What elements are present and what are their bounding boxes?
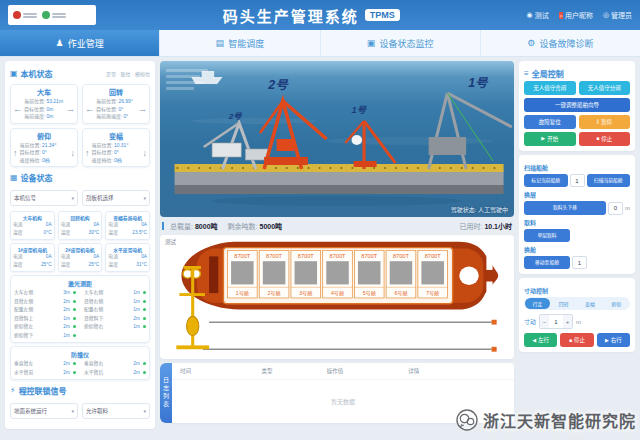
status-dot [73, 334, 76, 337]
diagnosis-icon: ⚙ [527, 38, 535, 48]
hold-6[interactable]: 8700T 6号舱 [386, 251, 416, 298]
scan-current-hold-button[interactable]: 扫描当前船舱 [587, 174, 631, 187]
left-sidebar: ▣ 本机状态 正常 · 联位 · 模拟位 大车 ← 当前位置:53.21m 目标… [5, 61, 155, 429]
layer-unit: m [625, 205, 630, 211]
arrow-up-icon[interactable]: ↑ [13, 148, 18, 158]
machine-status-title: 本机状态 [21, 68, 53, 79]
tab-device-monitoring[interactable]: ▣ 设备状态监控 [321, 30, 481, 56]
hold-3[interactable]: 8700T 3号舱 [291, 251, 321, 298]
step-increase-button[interactable]: + [563, 315, 572, 328]
jog-stop-button[interactable]: ■ 停止 [560, 333, 593, 347]
loader-rails [203, 320, 497, 352]
mark-current-hold-button[interactable]: 标记当前船舱 [524, 174, 568, 187]
status-dot [143, 291, 146, 294]
orange-crane-2 [260, 101, 327, 169]
jog-left-button[interactable]: ◀ 左行 [524, 333, 557, 347]
log-list-tab[interactable]: 日志列表 [160, 363, 172, 423]
stop-icon: ■ [569, 338, 572, 344]
arrow-up-icon[interactable]: ↑ [85, 148, 90, 158]
jog-tab-luffing[interactable]: 变幅 [578, 298, 603, 309]
header-test-item[interactable]: ◉ 测试 [527, 10, 549, 20]
laser-ranging-title: 激光测距 [14, 279, 146, 288]
jog-tab-pitch[interactable]: 俯仰 [604, 298, 629, 309]
start-button[interactable]: ▶ 开始 [524, 132, 576, 146]
main-nav: ♟ 作业管理 ▤ 智能调度 ▣ 设备状态监控 ⚙ 设备故障诊断 [0, 30, 640, 57]
main-body: ▣ 本机状态 正常 · 联位 · 模拟位 大车 ← 当前位置:53.21m 目标… [0, 57, 640, 433]
3d-scene: 2号 2号 1号 1号 [160, 61, 514, 217]
jog-tab-travel[interactable]: 行走 [525, 298, 550, 309]
header-admin-item[interactable]: ◎ 管理员 [603, 10, 632, 20]
move-to-hold-input[interactable] [572, 256, 587, 269]
arrow-right-icon[interactable]: → [138, 104, 147, 114]
bow-structure [209, 256, 218, 293]
change-layer-label: 换层 [524, 190, 630, 199]
stop-button[interactable]: ■ 停止 [579, 132, 631, 146]
app-title-text: 码头生产管理系统 [223, 5, 359, 26]
unattended-open-button[interactable]: 无人值守分闸 [579, 81, 631, 95]
arrow-down-icon[interactable]: ↓ [71, 148, 76, 158]
scan-hold-input[interactable] [570, 174, 585, 187]
pause-icon: ∥ [596, 119, 599, 125]
status-dot [73, 300, 76, 303]
move-to-hold-button[interactable]: 移动至船舱 [524, 256, 570, 269]
workers-icon: ♟ [56, 38, 64, 48]
hold-capacity: 8700T [298, 253, 315, 259]
jog-tab-slew[interactable]: 回转 [551, 298, 576, 309]
anti-collision-title: 防撞仪 [14, 350, 146, 359]
allow-fetch-select[interactable]: 允许取料 ▾ [82, 403, 150, 419]
status-dot [73, 371, 76, 374]
hold-2[interactable]: 8700T 2号舱 [259, 251, 289, 298]
motor-card-belt1: 1#皮带机电机 电流0A 温度25°C [10, 243, 55, 272]
tab-label: 设备故障诊断 [539, 37, 593, 50]
scraper-select[interactable]: 刮板机选择 ▾ [82, 190, 150, 206]
axis-card-slew: 回转 ← 当前位置:26.99° 目标位置:0° 当前角速度:0° → [82, 84, 150, 124]
gray-hopper-crane [204, 123, 269, 169]
arrow-down-icon[interactable]: ↓ [143, 148, 148, 158]
arrow-left-icon[interactable]: ← [13, 104, 22, 114]
3d-viewport[interactable]: 2号 2号 1号 1号 驾驶状态: 人工驾驶中 [160, 61, 514, 217]
lower-head-input[interactable] [608, 202, 623, 215]
arrow-right-icon[interactable]: → [66, 104, 75, 114]
status-dot [143, 308, 146, 311]
elapsed-time: 已用时:10.1小时 [459, 221, 512, 231]
single-layer-fetch-button[interactable]: 单层取料 [524, 229, 570, 242]
tab-fault-diagnosis[interactable]: ⚙ 设备故障诊断 [481, 30, 640, 56]
pause-button[interactable]: ∥ 暂停 [579, 115, 631, 129]
ship-adjust-wizard-button[interactable]: 一键调整船舶向导 [524, 98, 630, 112]
jog-step-value[interactable]: 1 [549, 319, 563, 325]
ground-system-select[interactable]: 地面系统运行 ▾ [10, 403, 78, 419]
jog-right-button[interactable]: ▶ 右行 [597, 333, 630, 347]
arrow-left-icon[interactable]: ← [85, 104, 94, 114]
tab-smart-scheduling[interactable]: ▤ 智能调度 [160, 30, 320, 56]
load-stats-bar: 总载量:8000吨 剩余吨数:5000吨 已用时:10.1小时 [160, 221, 514, 231]
signal-select[interactable]: 本机信号 ▾ [10, 190, 78, 206]
status-dot [73, 291, 76, 294]
status-dot [73, 362, 76, 365]
fault-reset-button[interactable]: 故障复位 [524, 115, 576, 129]
total-load: 总载量:8000吨 [170, 221, 218, 231]
app-header: 码头生产管理系统 TPMS ◉ 测试 ● 用户昵称 ◎ 管理员 [0, 0, 640, 30]
header-test-label: 测试 [535, 10, 549, 20]
status-dot [143, 371, 146, 374]
chevron-down-icon: ▾ [143, 195, 146, 201]
tab-job-management[interactable]: ♟ 作业管理 [0, 30, 160, 56]
jog-step-label: 寸动 [524, 317, 536, 326]
hold-capacity: 8700T [234, 253, 251, 259]
jog-control-label: 寸动控制 [524, 286, 630, 295]
hold-name: 7号舱 [426, 290, 439, 297]
header-nickname-item[interactable]: ● 用户昵称 [559, 10, 593, 20]
global-control-panel: ≡ 全局控制 无人值守合闸 无人值守分闸 一键调整船舶向导 故障复位 ∥ 暂停 … [519, 61, 635, 151]
hold-4[interactable]: 8700T 4号舱 [323, 251, 353, 298]
unattended-close-button[interactable]: 无人值守合闸 [524, 81, 576, 95]
hold-7[interactable]: 8700T 7号舱 [418, 251, 448, 298]
header-admin-label: 管理员 [611, 10, 632, 20]
ship-diagram: 8700T 1号舱 8700T 2号舱 8700T [162, 237, 512, 357]
motor-card-grid: 大车机构 电流0A 温度0°C 回转机构 电流0A 温度30°C 变幅卷扬电机 … [10, 211, 150, 272]
log-empty-state: 暂无数据 [172, 380, 514, 423]
hold-1[interactable]: 8700T 1号舱 [227, 251, 257, 298]
step-decrease-button[interactable]: − [540, 315, 549, 328]
hold-5[interactable]: 8700T 5号舱 [354, 251, 384, 298]
lower-head-button[interactable]: 取料头下移 [524, 201, 606, 214]
motor-card-gantry: 大车机构 电流0A 温度0°C [10, 211, 55, 240]
fetch-material-label: 取料 [524, 218, 630, 227]
